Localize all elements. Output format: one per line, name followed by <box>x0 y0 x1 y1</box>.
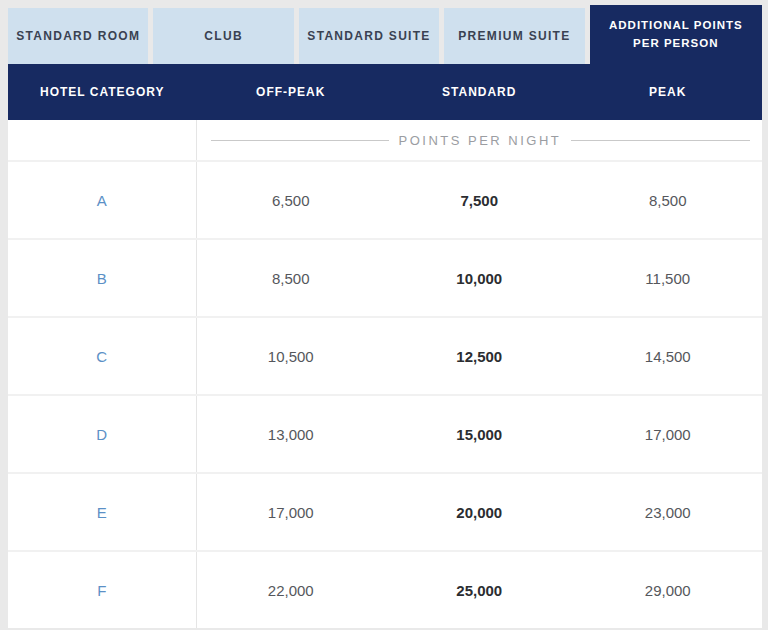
points-table: POINTS PER NIGHT A 6,500 7,500 8,500 B 8… <box>8 120 762 628</box>
column-header-standard: STANDARD <box>385 85 574 99</box>
table-row: B 8,500 10,000 11,500 <box>8 238 762 316</box>
peak-value: 29,000 <box>574 552 763 628</box>
off-peak-value: 10,500 <box>197 318 386 394</box>
off-peak-value: 13,000 <box>197 396 386 472</box>
award-points-chart: STANDARD ROOM CLUB STANDARD SUITE PREMIU… <box>0 0 768 630</box>
section-band: POINTS PER NIGHT <box>8 120 762 160</box>
table-row: D 13,000 15,000 17,000 <box>8 394 762 472</box>
off-peak-value: 6,500 <box>197 162 386 238</box>
category-label: B <box>8 240 197 316</box>
off-peak-value: 17,000 <box>197 474 386 550</box>
off-peak-value: 8,500 <box>197 240 386 316</box>
table-header: HOTEL CATEGORY OFF-PEAK STANDARD PEAK <box>8 64 762 120</box>
section-label-points-per-night: POINTS PER NIGHT <box>197 120 763 160</box>
standard-value: 7,500 <box>385 162 574 238</box>
peak-value: 23,000 <box>574 474 763 550</box>
category-label: C <box>8 318 197 394</box>
category-label: F <box>8 552 197 628</box>
standard-value: 12,500 <box>385 318 574 394</box>
column-header-peak: PEAK <box>574 85 763 99</box>
peak-value: 14,500 <box>574 318 763 394</box>
category-label: A <box>8 162 197 238</box>
tab-club[interactable]: CLUB <box>153 8 293 64</box>
table-row: F 22,000 25,000 29,000 <box>8 550 762 628</box>
category-label: E <box>8 474 197 550</box>
tab-premium-suite[interactable]: PREMIUM SUITE <box>444 8 584 64</box>
standard-value: 15,000 <box>385 396 574 472</box>
section-band-spacer <box>8 120 197 160</box>
table-row: A 6,500 7,500 8,500 <box>8 160 762 238</box>
off-peak-value: 22,000 <box>197 552 386 628</box>
peak-value: 11,500 <box>574 240 763 316</box>
table-row: C 10,500 12,500 14,500 <box>8 316 762 394</box>
column-header-off-peak: OFF-PEAK <box>197 85 386 99</box>
tab-standard-room[interactable]: STANDARD ROOM <box>8 8 148 64</box>
standard-value: 20,000 <box>385 474 574 550</box>
room-type-tabs: STANDARD ROOM CLUB STANDARD SUITE PREMIU… <box>8 0 762 64</box>
column-header-hotel-category: HOTEL CATEGORY <box>8 85 197 99</box>
peak-value: 17,000 <box>574 396 763 472</box>
table-row: E 17,000 20,000 23,000 <box>8 472 762 550</box>
standard-value: 25,000 <box>385 552 574 628</box>
peak-value: 8,500 <box>574 162 763 238</box>
tab-additional-points-per-person[interactable]: ADDITIONAL POINTS PER PERSON <box>590 5 762 64</box>
tab-standard-suite[interactable]: STANDARD SUITE <box>299 8 439 64</box>
standard-value: 10,000 <box>385 240 574 316</box>
category-label: D <box>8 396 197 472</box>
